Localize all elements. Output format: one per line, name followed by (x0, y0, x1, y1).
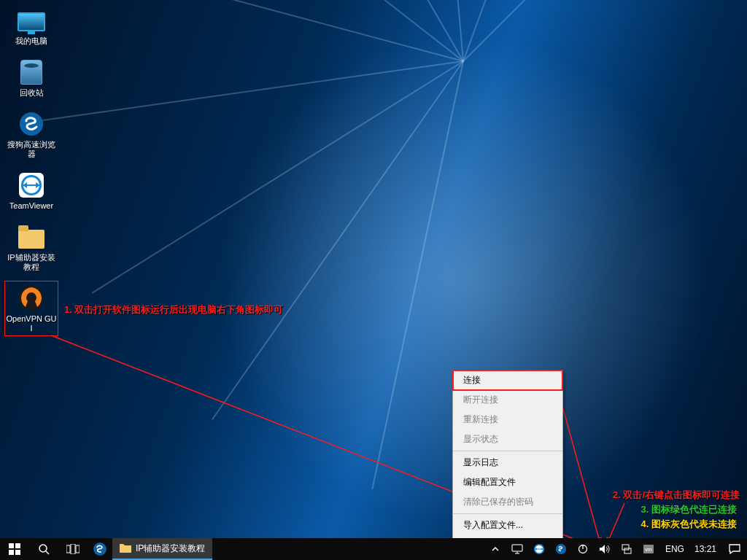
tray-power-icon[interactable] (576, 542, 589, 556)
icon-label: 回收站 (20, 88, 44, 98)
svg-rect-18 (512, 545, 522, 551)
svg-rect-27 (624, 548, 631, 553)
icon-label: TeamViewer (9, 201, 53, 211)
annotation-step-4: 4. 图标灰色代表未连接 (641, 518, 737, 531)
annotation-step-1: 1. 双击打开软件图标运行后出现电脑右下角图标即可 (64, 303, 283, 316)
start-button[interactable] (0, 538, 29, 560)
svg-rect-8 (9, 543, 14, 548)
svg-rect-11 (15, 550, 20, 555)
svg-rect-15 (71, 544, 75, 554)
menu-item-reconnect: 重新连接 (453, 410, 562, 429)
svg-rect-9 (15, 543, 20, 548)
pinned-sogou[interactable] (88, 538, 112, 560)
teamviewer-icon (17, 171, 46, 200)
menu-item-show-status: 显示状态 (453, 429, 562, 449)
language-indicator[interactable]: ENG (661, 544, 689, 554)
tray-volume-icon[interactable] (598, 542, 611, 556)
sogou-icon (17, 109, 46, 139)
tray-overflow-button[interactable] (489, 542, 502, 556)
active-window-title: IP辅助器安装教程 (136, 542, 205, 555)
tray-sogou-icon[interactable] (554, 542, 568, 556)
menu-separator (453, 451, 562, 451)
desktop-icon-sogou-browser[interactable]: 搜狗高速浏览器 (4, 106, 58, 162)
power-icon (578, 544, 588, 554)
desktop-icons: 我的电脑 回收站 搜狗高速浏览器 TeamViewer IP辅助器安装教程 Op… (4, 3, 58, 336)
menu-item-clear-password: 清除已保存的密码 (453, 492, 562, 512)
desktop-icon-my-computer[interactable]: 我的电脑 (4, 3, 58, 49)
search-icon (38, 543, 50, 555)
svg-rect-26 (622, 545, 629, 550)
menu-item-edit-config[interactable]: 编辑配置文件 (453, 472, 562, 492)
teamviewer-icon (533, 543, 545, 555)
folder-icon (120, 542, 131, 555)
svg-rect-10 (9, 550, 14, 555)
task-view-icon (66, 544, 80, 554)
svg-rect-16 (76, 545, 80, 553)
search-button[interactable] (29, 538, 58, 560)
tray-network-icon[interactable] (620, 542, 633, 556)
icon-label: IP辅助器安装教程 (5, 253, 58, 272)
taskbar-clock[interactable]: 13:21 (689, 544, 722, 554)
desktop-icon-openvpn-gui[interactable]: OpenVPN GUI (4, 281, 58, 336)
desktop-icon-recycle-bin[interactable]: 回收站 (4, 55, 58, 101)
icon-label: OpenVPN GUI (5, 314, 58, 333)
chevron-up-icon (492, 545, 499, 553)
sogou-icon (555, 543, 567, 555)
folder-icon (17, 222, 46, 252)
network-icon (621, 544, 632, 554)
desktop-background (0, 0, 747, 560)
desktop-icon-ip-helper-folder[interactable]: IP辅助器安装教程 (4, 219, 58, 275)
vmware-icon: vm (643, 544, 654, 554)
computer-icon (17, 6, 46, 35)
task-view-button[interactable] (58, 538, 88, 560)
monitor-icon (511, 544, 523, 554)
menu-item-disconnect: 断开连接 (453, 390, 562, 410)
desktop-icon-teamviewer[interactable]: TeamViewer (4, 168, 58, 214)
tray-vmware-icon[interactable]: vm (642, 542, 655, 556)
svg-line-13 (46, 551, 49, 554)
menu-item-show-log[interactable]: 显示日志 (453, 453, 562, 472)
menu-item-connect[interactable]: 连接 (453, 370, 562, 390)
icon-label: 我的电脑 (15, 36, 47, 46)
menu-item-import-config[interactable]: 导入配置文件... (453, 516, 562, 535)
tray-teamviewer-icon[interactable] (533, 542, 546, 556)
volume-icon (599, 544, 611, 554)
svg-text:vm: vm (645, 547, 652, 552)
annotation-step-2: 2. 双击/右键点击图标即可连接 (613, 489, 740, 502)
system-tray: vm (486, 538, 661, 560)
notification-icon (729, 544, 740, 554)
openvpn-context-menu: 连接 断开连接 重新连接 显示状态 显示日志 编辑配置文件 清除已保存的密码 导… (452, 370, 563, 560)
icon-label: 搜狗高速浏览器 (5, 140, 58, 159)
svg-rect-14 (66, 545, 70, 553)
recycle-bin-icon (17, 58, 46, 87)
svg-point-12 (39, 545, 47, 552)
taskbar: IP辅助器安装教程 vm ENG 13:21 (0, 538, 747, 560)
tray-openvpn-icon[interactable] (511, 542, 524, 556)
sogou-icon (93, 542, 107, 556)
menu-separator (453, 513, 562, 514)
taskbar-active-window[interactable]: IP辅助器安装教程 (112, 538, 212, 560)
action-center-button[interactable] (722, 544, 747, 554)
annotation-step-3: 3. 图标绿色代连已连接 (641, 503, 737, 516)
openvpn-icon (17, 284, 46, 313)
